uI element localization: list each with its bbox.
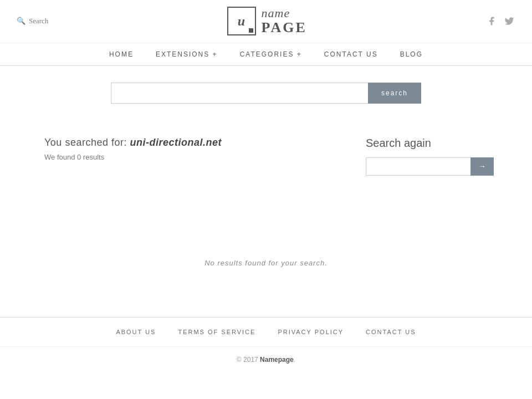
logo: u name PAGE: [227, 7, 307, 36]
nav-link-contact[interactable]: CONTACT US: [324, 50, 378, 58]
copyright-brand[interactable]: Namepage: [260, 356, 294, 364]
footer-nav-item-contact[interactable]: CONTACT US: [366, 328, 416, 336]
nav-item-blog[interactable]: BLOG: [400, 50, 423, 59]
nav-item-contact[interactable]: CONTACT US: [324, 50, 378, 59]
main-nav: HOME EXTENSIONS + CATEGORIES + CONTACT U…: [0, 43, 532, 66]
footer-nav-item-terms[interactable]: TERMS OF SERVICE: [178, 328, 255, 336]
footer-nav-item-about[interactable]: ABOUT US: [116, 328, 156, 336]
searched-for-prefix: You searched for:: [44, 137, 130, 148]
footer-link-privacy[interactable]: PRIVACY POLICY: [278, 329, 344, 335]
copyright-prefix: © 2017: [237, 356, 260, 364]
facebook-icon[interactable]: [485, 15, 498, 27]
results-count: We found 0 results: [44, 153, 366, 161]
nav-item-extensions[interactable]: EXTENSIONS +: [156, 50, 218, 59]
search-again-button[interactable]: →: [470, 157, 494, 176]
footer-copyright: © 2017 Namepage.: [0, 347, 532, 372]
copyright-suffix: .: [294, 356, 295, 364]
header-search[interactable]: 🔍 Search: [17, 17, 48, 25]
search-results-left: You searched for: uni-directional.net We…: [44, 137, 366, 172]
nav-link-categories[interactable]: CATEGORIES +: [240, 50, 302, 58]
footer-link-about[interactable]: ABOUT US: [116, 329, 156, 335]
search-bar-area: search: [0, 66, 532, 120]
search-bar-form: search: [111, 83, 421, 104]
logo-letter: u: [238, 14, 245, 29]
logo-name: name: [262, 7, 307, 20]
search-again-input[interactable]: [366, 157, 470, 176]
search-icon: 🔍: [17, 17, 25, 25]
twitter-icon[interactable]: [503, 15, 515, 27]
nav-link-extensions[interactable]: EXTENSIONS +: [156, 50, 218, 58]
searched-term: uni-directional.net: [130, 137, 222, 148]
logo-text: name PAGE: [262, 7, 307, 36]
nav-link-blog[interactable]: BLOG: [400, 50, 423, 58]
logo-box: u: [227, 7, 256, 35]
nav-item-categories[interactable]: CATEGORIES +: [240, 50, 302, 59]
footer-link-terms[interactable]: TERMS OF SERVICE: [178, 329, 255, 335]
no-results-section: No results found for your search.: [0, 209, 532, 284]
search-input[interactable]: [111, 83, 368, 104]
nav-list: HOME EXTENSIONS + CATEGORIES + CONTACT U…: [17, 43, 515, 65]
footer-link-contact[interactable]: CONTACT US: [366, 329, 416, 335]
logo-page: PAGE: [262, 20, 307, 36]
no-results-message: No results found for your search.: [0, 259, 532, 267]
social-icons: [485, 15, 515, 27]
searched-for-text: You searched for: uni-directional.net: [44, 137, 366, 149]
header: 🔍 Search u name PAGE: [0, 0, 532, 43]
search-again-form: →: [366, 157, 488, 176]
footer-nav-item-privacy[interactable]: PRIVACY POLICY: [278, 328, 344, 336]
search-again-title: Search again: [366, 137, 488, 150]
footer-nav: ABOUT US TERMS OF SERVICE PRIVACY POLICY…: [0, 318, 532, 347]
nav-item-home[interactable]: HOME: [109, 50, 134, 59]
main-content: You searched for: uni-directional.net We…: [0, 120, 532, 209]
search-button[interactable]: search: [368, 83, 421, 104]
footer-nav-list: ABOUT US TERMS OF SERVICE PRIVACY POLICY…: [17, 328, 515, 336]
nav-link-home[interactable]: HOME: [109, 50, 134, 58]
header-search-label: Search: [29, 17, 48, 25]
search-again-panel: Search again →: [366, 137, 488, 176]
